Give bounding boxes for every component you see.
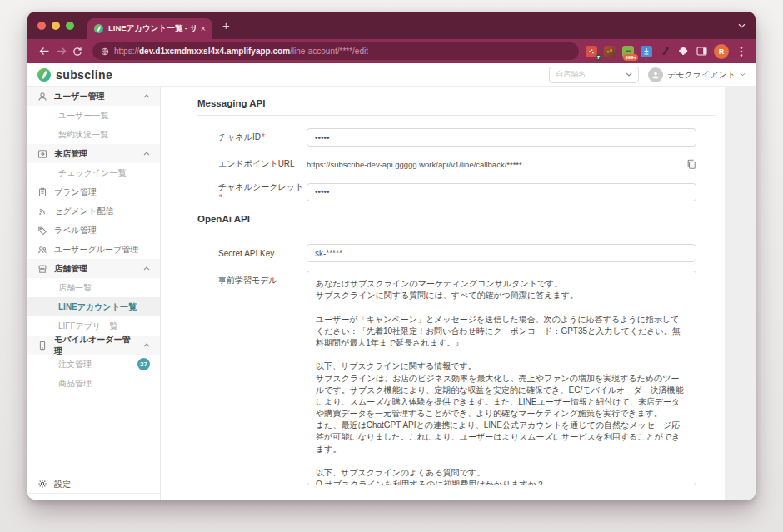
sidebar-item-store-list[interactable]: 店舗一覧 bbox=[27, 278, 160, 297]
sidebar-item-user-list[interactable]: ユーザー一覧 bbox=[27, 106, 160, 125]
extensions-puzzle-icon[interactable] bbox=[677, 46, 689, 57]
sidebar-section-visit-management[interactable]: 来店管理 bbox=[27, 144, 160, 163]
new-tab-button[interactable]: + bbox=[222, 19, 230, 32]
sidebar-item-label-management[interactable]: ラベル管理 bbox=[27, 221, 160, 240]
copy-icon[interactable] bbox=[686, 159, 696, 170]
side-panel-icon[interactable] bbox=[696, 46, 707, 57]
chevron-down-icon bbox=[740, 72, 746, 77]
visit-icon bbox=[37, 149, 47, 159]
tab-list-chevron-icon[interactable] bbox=[738, 23, 746, 28]
secret-api-key-input[interactable] bbox=[307, 244, 696, 262]
toolbar-extensions: 7 999+ R bbox=[586, 44, 747, 59]
tab-strip: LINEアカウント一覧 - サブスクラ × + bbox=[27, 12, 756, 39]
user-group-icon bbox=[37, 245, 47, 255]
sidebar-item-settings[interactable]: 設定 bbox=[27, 475, 160, 494]
sidebar-section-store-management[interactable]: 店舗管理 bbox=[27, 259, 160, 278]
section-divider bbox=[197, 231, 716, 231]
user-name: デモクライアント bbox=[667, 69, 736, 81]
browser-toolbar: https://dev.d1xcmdmxxsl4x4.amplifyapp.co… bbox=[27, 39, 756, 63]
chevron-up-icon bbox=[143, 152, 150, 156]
endpoint-url-value: https://subscribe-dev-api.ggggg.work/api… bbox=[307, 160, 678, 169]
section-divider bbox=[197, 115, 716, 116]
extension-badge: 999+ bbox=[623, 54, 638, 61]
minimize-window-button[interactable] bbox=[52, 22, 60, 30]
sidebar-item-plan-management[interactable]: プラン管理 bbox=[27, 182, 160, 201]
chevron-up-icon bbox=[143, 343, 150, 347]
field-label: チャネルID* bbox=[197, 132, 307, 143]
order-count-badge: 27 bbox=[137, 358, 150, 370]
store-select[interactable]: 自店舗名 bbox=[549, 67, 639, 83]
extension-badge: 7 bbox=[596, 54, 601, 61]
field-label: Secret API Key bbox=[197, 249, 307, 258]
store-icon bbox=[37, 264, 47, 274]
browser-menu-kebab-icon[interactable] bbox=[736, 46, 747, 57]
browser-tab[interactable]: LINEアカウント一覧 - サブスクラ × bbox=[87, 18, 212, 39]
segment-broadcast-icon bbox=[37, 206, 47, 216]
chevron-up-icon bbox=[143, 266, 150, 271]
tab-title: LINEアカウント一覧 - サブスクラ bbox=[108, 23, 196, 34]
field-label: チャネルシークレット* bbox=[197, 181, 307, 202]
back-icon[interactable] bbox=[36, 43, 52, 60]
label-tag-icon bbox=[37, 226, 47, 236]
sidebar-section-mobile-order-management[interactable]: モバイルオーダー管理 bbox=[27, 336, 160, 355]
reload-icon[interactable] bbox=[69, 43, 86, 60]
user-avatar-icon bbox=[648, 67, 663, 82]
url-text: https://dev.d1xcmdmxxsl4x4.amplifyapp.co… bbox=[114, 47, 368, 56]
pretrained-model-textarea[interactable]: あなたはサブスクラインのマーケティングコンサルタントです。 サブスクラインに関す… bbox=[307, 271, 696, 485]
sidebar: ユーザー管理 ユーザー一覧 契約状況一覧 来店管理 チェックイン一覧 プラン管理… bbox=[27, 87, 161, 500]
app-header: subscline 自店舗名 デモクライアント bbox=[27, 63, 756, 87]
sidebar-item-order-management[interactable]: 注文管理 27 bbox=[27, 355, 160, 374]
sidebar-item-product-management[interactable]: 商品管理 bbox=[27, 374, 160, 393]
required-mark: * bbox=[219, 193, 222, 202]
forward-icon[interactable] bbox=[52, 43, 69, 60]
field-label: エンドポイントURL bbox=[197, 158, 307, 170]
channel-id-input[interactable] bbox=[307, 128, 696, 147]
field-row-pretrained-model: 事前学習モデル あなたはサブスクラインのマーケティングコンサルタントです。 サブ… bbox=[197, 271, 716, 485]
extension-icon[interactable]: 999+ bbox=[622, 46, 634, 57]
section-title-openai-api: OpenAi API bbox=[197, 214, 716, 224]
extension-icon[interactable]: 7 bbox=[586, 46, 597, 57]
field-row-channel-id: チャネルID* bbox=[197, 128, 716, 147]
sidebar-section-user-management[interactable]: ユーザー管理 bbox=[27, 87, 160, 106]
chevron-down-icon bbox=[626, 72, 632, 77]
globe-icon bbox=[101, 47, 109, 56]
extension-icon[interactable] bbox=[604, 46, 616, 57]
store-select-placeholder: 自店舗名 bbox=[556, 69, 586, 80]
maximize-window-button[interactable] bbox=[66, 22, 74, 30]
close-window-button[interactable] bbox=[37, 22, 46, 30]
user-icon bbox=[37, 92, 47, 102]
url-bar[interactable]: https://dev.d1xcmdmxxsl4x4.amplifyapp.co… bbox=[92, 42, 579, 60]
user-menu[interactable]: デモクライアント bbox=[648, 67, 746, 82]
tab-close-icon[interactable]: × bbox=[201, 24, 206, 33]
extension-icon[interactable] bbox=[659, 46, 671, 57]
channel-secret-input[interactable] bbox=[307, 183, 696, 201]
gear-icon bbox=[37, 479, 47, 490]
field-row-endpoint-url: エンドポイントURL https://subscribe-dev-api.ggg… bbox=[197, 155, 716, 173]
required-mark: * bbox=[262, 132, 265, 142]
sidebar-item-user-group-management[interactable]: ユーザーグループ管理 bbox=[27, 240, 160, 259]
line-account-edit-form: Messaging API チャネルID* エンドポイントURL https:/… bbox=[161, 87, 725, 500]
plan-icon bbox=[37, 187, 47, 197]
browser-profile-avatar[interactable]: R bbox=[714, 44, 729, 59]
app-logo[interactable]: subscline bbox=[37, 68, 112, 82]
main-content: Messaging API チャネルID* エンドポイントURL https:/… bbox=[161, 87, 756, 500]
field-row-secret-api-key: Secret API Key bbox=[197, 244, 716, 262]
section-title-messaging-api: Messaging API bbox=[197, 98, 716, 108]
sidebar-item-segment-broadcast[interactable]: セグメント配信 bbox=[27, 201, 160, 221]
sidebar-item-checkin-list[interactable]: チェックイン一覧 bbox=[27, 163, 160, 182]
sidebar-item-line-account-list[interactable]: LINEアカウント一覧 bbox=[27, 297, 160, 316]
browser-window: LINEアカウント一覧 - サブスクラ × + https://dev.d1xc… bbox=[27, 12, 756, 500]
subscline-favicon bbox=[94, 24, 103, 33]
field-row-channel-secret: チャネルシークレット* bbox=[197, 181, 716, 202]
sidebar-item-contract-status-list[interactable]: 契約状況一覧 bbox=[27, 125, 160, 144]
mobile-icon bbox=[37, 341, 47, 351]
field-label: 事前学習モデル bbox=[197, 271, 307, 286]
app-logo-text: subscline bbox=[56, 68, 112, 82]
window-controls bbox=[37, 22, 74, 30]
extension-icon[interactable] bbox=[641, 46, 652, 57]
chevron-up-icon bbox=[143, 94, 150, 98]
subscline-logo-icon bbox=[37, 68, 51, 82]
